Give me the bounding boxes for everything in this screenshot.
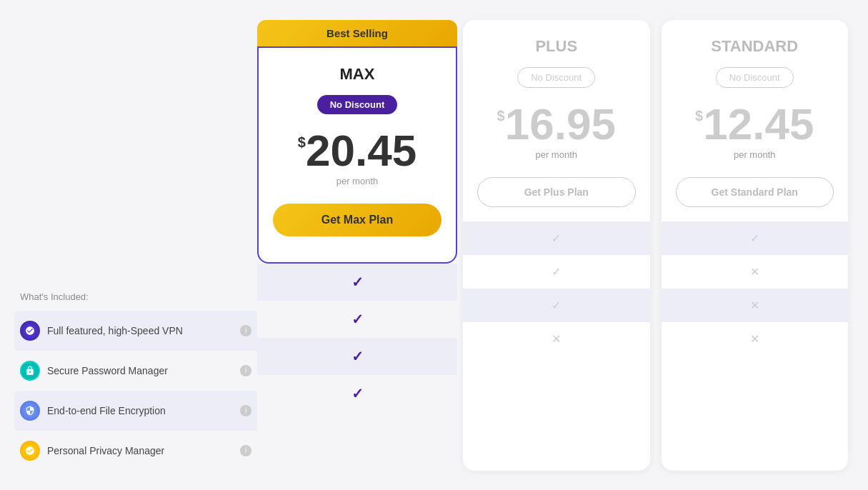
features-column: What's Included: Full featured, high-Spe…	[14, 20, 257, 471]
encryption-svg	[25, 406, 35, 416]
standard-price-amount: 12.45	[703, 102, 814, 146]
password-icon	[20, 361, 40, 381]
privacy-svg	[25, 446, 35, 456]
max-check-encryption-icon: ✓	[351, 348, 364, 365]
plus-check-password-icon: ✓	[552, 265, 561, 279]
encryption-feature-name: End-to-end File Encryption	[47, 405, 233, 416]
standard-check-password: ✕	[662, 255, 849, 289]
max-price-amount: 20.45	[306, 129, 416, 173]
password-info-icon[interactable]: i	[240, 365, 251, 376]
feature-row-password: Secure Password Manager i	[14, 351, 257, 391]
plus-discount-badge: No Discount	[517, 67, 595, 88]
feature-row-vpn: Full featured, high-Speed VPN i	[14, 311, 257, 351]
max-plan-button[interactable]: Get Max Plan	[273, 204, 442, 236]
password-svg	[25, 366, 35, 376]
standard-check-privacy: ✕	[662, 322, 849, 356]
max-plan-column: Best Selling MAX No Discount $ 20.45 per…	[257, 20, 457, 471]
feature-row-privacy: Personal Privacy Manager i	[14, 431, 257, 471]
whats-included-label: What's Included:	[14, 291, 257, 302]
privacy-feature-name: Personal Privacy Manager	[47, 445, 233, 456]
plus-checks-section: ✓ ✓ ✓ ✕	[463, 221, 650, 356]
max-check-password-icon: ✓	[351, 311, 364, 328]
max-price-dollar: $	[298, 134, 306, 151]
vpn-info-icon[interactable]: i	[240, 325, 251, 336]
standard-check-vpn-icon: ✓	[750, 231, 759, 245]
max-check-password: ✓	[257, 301, 457, 338]
vpn-svg	[25, 326, 35, 336]
standard-plan-name: STANDARD	[711, 37, 798, 56]
standard-plan-button[interactable]: Get Standard Plan	[676, 177, 834, 207]
max-discount-badge: No Discount	[317, 95, 398, 114]
plus-price-period: per month	[535, 149, 577, 160]
plus-check-vpn: ✓	[463, 221, 650, 255]
plus-check-privacy: ✕	[463, 322, 650, 356]
max-plan-card: MAX No Discount $ 20.45 per month Get Ma…	[257, 46, 457, 264]
feature-row-encryption: End-to-end File Encryption i	[14, 391, 257, 431]
plus-plan-button[interactable]: Get Plus Plan	[477, 177, 636, 207]
max-checks-section: ✓ ✓ ✓ ✓	[257, 264, 457, 412]
standard-check-vpn: ✓	[662, 221, 849, 255]
plus-check-privacy-icon: ✕	[552, 332, 561, 346]
encryption-info-icon[interactable]: i	[240, 405, 251, 416]
plus-check-encryption: ✓	[463, 289, 650, 322]
standard-check-encryption: ✕	[662, 289, 849, 322]
password-feature-name: Secure Password Manager	[47, 365, 233, 376]
standard-check-encryption-icon: ✕	[750, 299, 759, 312]
standard-plan-column: STANDARD No Discount $ 12.45 per month G…	[662, 20, 849, 471]
standard-price-display: $ 12.45	[695, 102, 814, 146]
max-check-encryption: ✓	[257, 338, 457, 375]
standard-plan-header: STANDARD No Discount $ 12.45 per month G…	[662, 20, 849, 221]
plus-price-dollar: $	[497, 108, 505, 124]
encryption-icon	[20, 401, 40, 421]
standard-check-password-icon: ✕	[750, 265, 759, 279]
privacy-info-icon[interactable]: i	[240, 445, 251, 456]
vpn-feature-name: Full featured, high-Speed VPN	[47, 325, 233, 336]
vpn-icon	[20, 321, 40, 341]
max-price-display: $ 20.45	[298, 129, 416, 173]
max-price-period: per month	[336, 176, 379, 186]
standard-price-period: per month	[734, 149, 776, 160]
max-check-privacy-icon: ✓	[351, 385, 364, 402]
plus-plan-header: PLUS No Discount $ 16.95 per month Get P…	[463, 20, 650, 221]
standard-checks-section: ✓ ✕ ✕ ✕	[662, 221, 849, 356]
plus-plan-name: PLUS	[535, 37, 577, 56]
plans-area: Best Selling MAX No Discount $ 20.45 per…	[257, 20, 854, 471]
privacy-icon	[20, 441, 40, 461]
plus-price-display: $ 16.95	[497, 102, 616, 146]
standard-check-privacy-icon: ✕	[750, 332, 759, 346]
plus-check-encryption-icon: ✓	[552, 299, 561, 312]
max-check-privacy: ✓	[257, 375, 457, 412]
max-plan-name: MAX	[340, 65, 375, 84]
best-selling-badge: Best Selling	[257, 20, 457, 46]
max-check-vpn: ✓	[257, 264, 457, 301]
standard-price-dollar: $	[695, 108, 703, 124]
plus-price-amount: 16.95	[505, 102, 616, 146]
plus-check-vpn-icon: ✓	[552, 231, 561, 245]
standard-discount-badge: No Discount	[716, 67, 794, 88]
max-check-vpn-icon: ✓	[351, 274, 364, 291]
plus-plan-column: PLUS No Discount $ 16.95 per month Get P…	[463, 20, 650, 471]
plus-check-password: ✓	[463, 255, 650, 289]
